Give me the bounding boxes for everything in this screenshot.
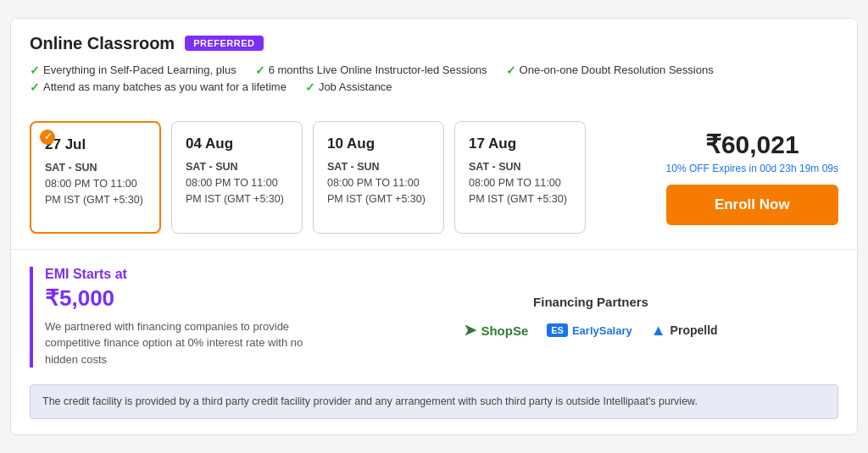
time-1: 08:00 PM TO 11:00 PM IST (GMT +5:30) [45,176,146,208]
time-4: 08:00 PM TO 11:00 PM IST (GMT +5:30) [469,175,571,207]
schedule-section: ✓ 27 Jul SAT - SUN 08:00 PM TO 11:00 PM … [11,109,857,249]
partners-row: ➤ ShopSe ES EarlySalary ▲ Propelld [464,321,717,340]
date-cards-wrapper: ✓ 27 Jul SAT - SUN 08:00 PM TO 11:00 PM … [30,121,654,234]
main-container: Online Classroom PREFERRED ✓ Everything … [10,18,858,435]
day-4: SAT - SUN [469,161,571,173]
date-card-1[interactable]: ✓ 27 Jul SAT - SUN 08:00 PM TO 11:00 PM … [30,121,161,234]
date-2: 04 Aug [186,135,288,152]
earlysalary-name: EarlySalary [572,324,632,337]
date-1: 27 Jul [45,136,146,153]
emi-amount: ₹5,000 [45,285,318,312]
earlysalary-logo: ES EarlySalary [547,323,632,337]
es-badge: ES [547,323,568,337]
feature-item-1: ✓ Everything in Self-Paced Learning, plu… [30,64,236,77]
time-2: 08:00 PM TO 11:00 PM IST (GMT +5:30) [186,175,288,207]
emi-description: We partnered with financing companies to… [45,318,318,368]
emi-left-panel: EMI Starts at ₹5,000 We partnered with f… [30,267,318,368]
day-2: SAT - SUN [186,161,288,173]
credit-notice: The credit facility is provided by a thi… [30,384,838,419]
enroll-button[interactable]: Enroll Now [666,185,838,225]
time-3: 08:00 PM TO 11:00 PM IST (GMT +5:30) [327,175,430,207]
date-card-3[interactable]: ✓ 10 Aug SAT - SUN 08:00 PM TO 11:00 PM … [313,121,444,234]
check-icon-5: ✓ [305,80,315,94]
date-card-2[interactable]: ✓ 04 Aug SAT - SUN 08:00 PM TO 11:00 PM … [171,121,303,234]
selected-check-icon: ✓ [40,130,55,145]
shopse-arrow-icon: ➤ [464,321,476,340]
financing-title: Financing Partners [533,295,648,309]
feature-label-1: Everything in Self-Paced Learning, plus [43,64,236,76]
features-row-2: ✓ Attend as many batches as you want for… [30,80,838,97]
price-display: ₹60,021 [705,130,799,159]
check-icon-1: ✓ [30,64,40,77]
feature-item-4: ✓ Attend as many batches as you want for… [30,80,287,94]
date-card-4[interactable]: ✓ 17 Aug SAT - SUN 08:00 PM TO 11:00 PM … [454,121,586,234]
title-row: Online Classroom PREFERRED [30,34,838,53]
shopse-name: ShopSe [481,323,528,338]
check-icon-2: ✓ [255,64,265,77]
emi-starts-at-label: EMI Starts at [45,267,318,282]
discount-timer: 10% OFF Expires in 00d 23h 19m 09s [666,163,838,174]
check-icon-3: ✓ [506,64,516,77]
enroll-panel: ₹60,021 10% OFF Expires in 00d 23h 19m 0… [666,121,838,234]
propelld-name: Propelld [670,323,718,337]
check-icon-4: ✓ [30,80,40,94]
preferred-badge: PREFERRED [185,36,263,51]
day-3: SAT - SUN [327,161,430,173]
emi-section: EMI Starts at ₹5,000 We partnered with f… [11,250,857,385]
feature-label-2: 6 months Live Online Instructor-led Sess… [269,64,487,76]
date-3: 10 Aug [327,135,430,152]
feature-item-5: ✓ Job Assistance [305,80,392,94]
shopse-logo: ➤ ShopSe [464,321,528,340]
top-section: Online Classroom PREFERRED ✓ Everything … [11,19,857,109]
feature-label-4: Attend as many batches as you want for a… [43,80,287,93]
propelld-icon: ▲ [651,322,666,340]
feature-item-3: ✓ One-on-one Doubt Resolution Sessions [506,64,714,77]
financing-panel: Financing Partners ➤ ShopSe ES EarlySala… [343,267,838,368]
propelld-logo: ▲ Propelld [651,322,718,340]
features-row: ✓ Everything in Self-Paced Learning, plu… [30,64,838,80]
day-1: SAT - SUN [45,162,146,174]
feature-label-3: One-on-one Doubt Resolution Sessions [520,64,714,76]
page-title: Online Classroom [30,34,175,53]
feature-label-5: Job Assistance [319,80,392,93]
date-4: 17 Aug [469,135,571,152]
feature-item-2: ✓ 6 months Live Online Instructor-led Se… [255,64,487,77]
